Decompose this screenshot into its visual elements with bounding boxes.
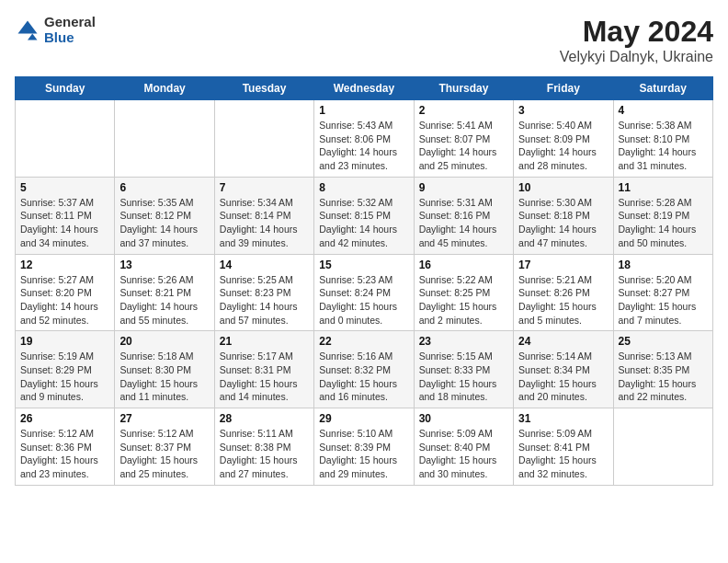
day-number: 13 [119, 259, 209, 271]
logo: General Blue [15, 15, 96, 45]
day-info: Sunrise: 5:10 AMSunset: 8:39 PMDaylight:… [319, 427, 408, 481]
weekday-sunday: Sunday [16, 77, 115, 100]
day-info: Sunrise: 5:14 AMSunset: 8:34 PMDaylight:… [518, 350, 608, 404]
logo-icon [15, 17, 40, 43]
weekday-monday: Monday [115, 77, 214, 100]
day-cell: 25Sunrise: 5:13 AMSunset: 8:35 PMDayligh… [613, 331, 712, 408]
day-cell: 28Sunrise: 5:11 AMSunset: 8:38 PMDayligh… [214, 408, 313, 486]
week-row-2: 5Sunrise: 5:37 AMSunset: 8:11 PMDaylight… [16, 177, 713, 254]
day-cell: 7Sunrise: 5:34 AMSunset: 8:14 PMDaylight… [214, 177, 313, 254]
day-number: 16 [419, 259, 508, 271]
day-number: 17 [518, 259, 608, 271]
day-cell: 1Sunrise: 5:43 AMSunset: 8:06 PMDaylight… [314, 100, 414, 178]
day-number: 5 [20, 181, 109, 194]
day-number: 14 [220, 259, 309, 271]
day-info: Sunrise: 5:41 AMSunset: 8:07 PMDaylight:… [419, 119, 508, 173]
day-cell: 13Sunrise: 5:26 AMSunset: 8:21 PMDayligh… [115, 254, 214, 331]
day-info: Sunrise: 5:13 AMSunset: 8:35 PMDaylight:… [619, 350, 708, 404]
day-cell: 6Sunrise: 5:35 AMSunset: 8:12 PMDaylight… [115, 177, 214, 254]
day-info: Sunrise: 5:32 AMSunset: 8:15 PMDaylight:… [319, 196, 408, 250]
day-info: Sunrise: 5:30 AMSunset: 8:18 PMDaylight:… [518, 196, 608, 250]
day-info: Sunrise: 5:35 AMSunset: 8:12 PMDaylight:… [119, 196, 209, 250]
day-number: 12 [20, 259, 109, 271]
day-cell: 14Sunrise: 5:25 AMSunset: 8:23 PMDayligh… [214, 254, 313, 331]
day-cell: 26Sunrise: 5:12 AMSunset: 8:36 PMDayligh… [16, 408, 115, 486]
weekday-header-row: SundayMondayTuesdayWednesdayThursdayFrid… [16, 77, 713, 100]
day-info: Sunrise: 5:37 AMSunset: 8:11 PMDaylight:… [20, 196, 109, 250]
day-number: 3 [518, 104, 608, 117]
day-number: 11 [619, 181, 708, 194]
week-row-4: 19Sunrise: 5:19 AMSunset: 8:29 PMDayligh… [16, 331, 713, 408]
day-cell: 17Sunrise: 5:21 AMSunset: 8:26 PMDayligh… [514, 254, 613, 331]
day-info: Sunrise: 5:15 AMSunset: 8:33 PMDaylight:… [419, 350, 508, 404]
day-number: 4 [619, 104, 708, 117]
day-info: Sunrise: 5:21 AMSunset: 8:26 PMDaylight:… [518, 273, 608, 327]
day-info: Sunrise: 5:38 AMSunset: 8:10 PMDaylight:… [619, 119, 708, 173]
day-cell: 21Sunrise: 5:17 AMSunset: 8:31 PMDayligh… [214, 331, 313, 408]
week-row-1: 1Sunrise: 5:43 AMSunset: 8:06 PMDaylight… [16, 100, 713, 178]
weekday-wednesday: Wednesday [314, 77, 414, 100]
day-info: Sunrise: 5:09 AMSunset: 8:41 PMDaylight:… [518, 427, 608, 481]
day-cell: 30Sunrise: 5:09 AMSunset: 8:40 PMDayligh… [414, 408, 513, 486]
day-cell: 12Sunrise: 5:27 AMSunset: 8:20 PMDayligh… [16, 254, 115, 331]
day-info: Sunrise: 5:20 AMSunset: 8:27 PMDaylight:… [619, 273, 708, 327]
day-cell: 2Sunrise: 5:41 AMSunset: 8:07 PMDaylight… [414, 100, 513, 178]
day-cell: 27Sunrise: 5:12 AMSunset: 8:37 PMDayligh… [115, 408, 214, 486]
day-cell: 11Sunrise: 5:28 AMSunset: 8:19 PMDayligh… [613, 177, 712, 254]
day-info: Sunrise: 5:31 AMSunset: 8:16 PMDaylight:… [419, 196, 508, 250]
week-row-3: 12Sunrise: 5:27 AMSunset: 8:20 PMDayligh… [16, 254, 713, 331]
day-cell: 16Sunrise: 5:22 AMSunset: 8:25 PMDayligh… [414, 254, 513, 331]
weekday-saturday: Saturday [613, 77, 712, 100]
calendar-body: 1Sunrise: 5:43 AMSunset: 8:06 PMDaylight… [16, 100, 713, 486]
weekday-friday: Friday [514, 77, 613, 100]
day-cell [16, 100, 115, 178]
day-cell [115, 100, 214, 178]
day-cell: 10Sunrise: 5:30 AMSunset: 8:18 PMDayligh… [514, 177, 613, 254]
day-info: Sunrise: 5:16 AMSunset: 8:32 PMDaylight:… [319, 350, 408, 404]
day-number: 29 [319, 412, 408, 425]
day-cell: 19Sunrise: 5:19 AMSunset: 8:29 PMDayligh… [16, 331, 115, 408]
day-info: Sunrise: 5:40 AMSunset: 8:09 PMDaylight:… [518, 119, 608, 173]
day-cell: 18Sunrise: 5:20 AMSunset: 8:27 PMDayligh… [613, 254, 712, 331]
day-cell: 5Sunrise: 5:37 AMSunset: 8:11 PMDaylight… [16, 177, 115, 254]
day-cell: 4Sunrise: 5:38 AMSunset: 8:10 PMDaylight… [613, 100, 712, 178]
day-info: Sunrise: 5:26 AMSunset: 8:21 PMDaylight:… [119, 273, 209, 327]
day-info: Sunrise: 5:09 AMSunset: 8:40 PMDaylight:… [419, 427, 508, 481]
day-cell: 15Sunrise: 5:23 AMSunset: 8:24 PMDayligh… [314, 254, 414, 331]
day-number: 8 [319, 181, 408, 194]
day-number: 24 [518, 335, 608, 348]
day-number: 2 [419, 104, 508, 117]
day-number: 25 [619, 335, 708, 348]
logo-text: General Blue [44, 15, 96, 45]
day-cell: 29Sunrise: 5:10 AMSunset: 8:39 PMDayligh… [314, 408, 414, 486]
day-number: 18 [619, 259, 708, 271]
day-number: 20 [119, 335, 209, 348]
day-cell [214, 100, 313, 178]
page-header: General Blue May 2024 Velykyi Dalnyk, Uk… [15, 15, 713, 65]
day-number: 15 [319, 259, 408, 271]
day-info: Sunrise: 5:25 AMSunset: 8:23 PMDaylight:… [220, 273, 309, 327]
day-cell: 3Sunrise: 5:40 AMSunset: 8:09 PMDaylight… [514, 100, 613, 178]
weekday-tuesday: Tuesday [214, 77, 313, 100]
day-number: 27 [119, 412, 209, 425]
week-row-5: 26Sunrise: 5:12 AMSunset: 8:36 PMDayligh… [16, 408, 713, 486]
day-number: 6 [119, 181, 209, 194]
day-cell: 24Sunrise: 5:14 AMSunset: 8:34 PMDayligh… [514, 331, 613, 408]
day-info: Sunrise: 5:18 AMSunset: 8:30 PMDaylight:… [119, 350, 209, 404]
day-number: 22 [319, 335, 408, 348]
day-info: Sunrise: 5:12 AMSunset: 8:36 PMDaylight:… [20, 427, 109, 481]
day-info: Sunrise: 5:43 AMSunset: 8:06 PMDaylight:… [319, 119, 408, 173]
title-month: May 2024 [560, 15, 713, 49]
day-cell: 9Sunrise: 5:31 AMSunset: 8:16 PMDaylight… [414, 177, 513, 254]
day-info: Sunrise: 5:28 AMSunset: 8:19 PMDaylight:… [619, 196, 708, 250]
day-number: 9 [419, 181, 508, 194]
logo-blue: Blue [44, 30, 96, 46]
day-number: 30 [419, 412, 508, 425]
title-block: May 2024 Velykyi Dalnyk, Ukraine [560, 15, 713, 65]
day-number: 23 [419, 335, 508, 348]
day-cell [613, 408, 712, 486]
day-info: Sunrise: 5:34 AMSunset: 8:14 PMDaylight:… [220, 196, 309, 250]
day-cell: 31Sunrise: 5:09 AMSunset: 8:41 PMDayligh… [514, 408, 613, 486]
day-number: 7 [220, 181, 309, 194]
weekday-thursday: Thursday [414, 77, 513, 100]
